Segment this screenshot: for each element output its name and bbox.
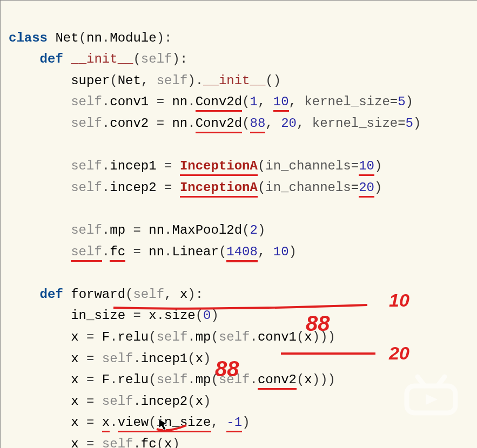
class-name: Net [55,31,78,45]
kw-class: class [9,31,48,45]
svg-marker-3 [426,394,438,405]
inception-a-2: InceptionA [180,180,258,198]
inception-a-1: InceptionA [180,159,258,176]
fn-forward: forward [71,287,125,302]
kw-def: def [40,52,63,66]
fn-init: __init__ [71,52,133,66]
bilibili-tv-icon [399,372,463,416]
